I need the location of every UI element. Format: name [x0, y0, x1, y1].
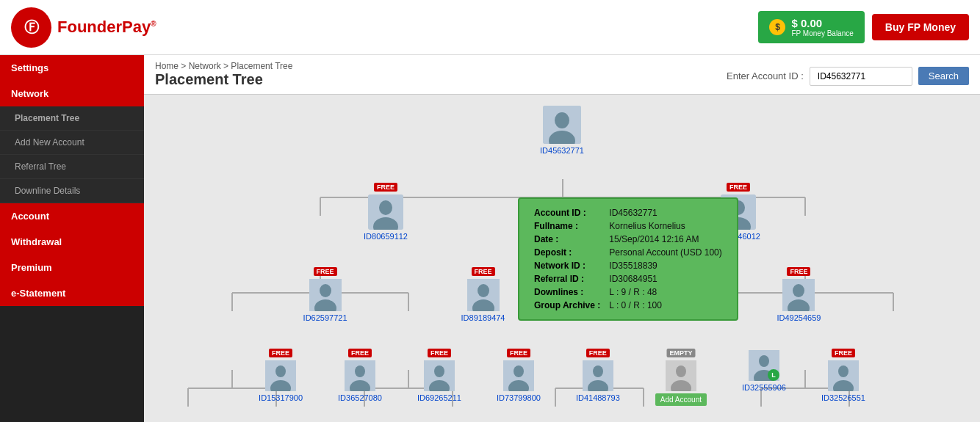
search-label: Enter Account ID :: [727, 70, 804, 81]
tree-node-l3-3[interactable]: FREE ID73799800: [497, 350, 541, 406]
dollar-icon: $: [769, 19, 785, 35]
sidebar-item-account[interactable]: Account: [0, 203, 144, 229]
free-badge-l3-1: FREE: [348, 349, 372, 357]
tree-canvas: ID45632771 Account ID : ID45632771 Fulln…: [158, 106, 966, 406]
svg-point-38: [320, 284, 331, 297]
svg-point-32: [379, 200, 392, 215]
l1-left-id: ID80659112: [364, 232, 408, 241]
account-id-label: Account ID :: [530, 206, 605, 219]
svg-point-41: [478, 284, 489, 297]
l1-left-avatar: [368, 194, 403, 230]
tree-node-l3-6[interactable]: L ID32555906: [742, 350, 786, 406]
account-id-value: ID45632771: [605, 206, 727, 219]
page-title: Placement Tree: [155, 71, 292, 88]
sidebar-item-settings[interactable]: Settings: [0, 55, 144, 81]
tree-node-l3-2[interactable]: FREE ID69265211: [417, 350, 461, 406]
balance-amount: $ 0.00: [791, 17, 853, 29]
info-popup: Account ID : ID45632771 Fullname : Korne…: [518, 197, 738, 321]
add-account-button[interactable]: Add Account: [655, 393, 707, 406]
fp-balance: $ $ 0.00 FP Money Balance: [758, 11, 864, 43]
free-badge-l3-0: FREE: [269, 349, 292, 357]
svg-point-53: [355, 365, 365, 377]
free-badge-l1-left: FREE: [374, 183, 397, 192]
tree-node-l3-0[interactable]: FREE ID15317900: [259, 350, 303, 406]
l2-3-id: ID49254659: [777, 313, 821, 322]
search-button[interactable]: Search: [918, 67, 969, 85]
sidebar-item-placement-tree[interactable]: Placement Tree: [0, 106, 144, 131]
level-badge-l3-6: L: [768, 369, 779, 381]
svg-point-47: [793, 284, 804, 297]
free-badge-l3-7: FREE: [832, 349, 855, 357]
logo-area: Ⓕ FounderPay®: [11, 7, 156, 48]
l3-3-id: ID73799800: [497, 393, 541, 402]
date-value: 15/Sep/2014 12:16 AM: [605, 233, 727, 246]
sidebar-item-add-new-account[interactable]: Add New Account: [0, 131, 144, 155]
referral-id-value: ID30684951: [605, 272, 727, 285]
fullname-value: Kornelius Kornelius: [605, 219, 727, 233]
sidebar-item-withdrawal[interactable]: Withdrawal: [0, 229, 144, 255]
tree-node-l2-3[interactable]: FREE ID49254659: [777, 269, 821, 322]
root-node-id: ID45632771: [540, 146, 584, 155]
svg-point-59: [514, 365, 524, 377]
svg-point-71: [838, 365, 849, 377]
sidebar-item-network[interactable]: Network: [0, 81, 144, 106]
tree-node-l3-4[interactable]: FREE ID41488793: [576, 350, 620, 406]
empty-avatar: [666, 360, 696, 391]
network-id-value: ID35518839: [605, 259, 727, 272]
l3-4-id: ID41488793: [576, 393, 620, 402]
tree-node-l2-1[interactable]: FREE ID89189474: [461, 269, 505, 322]
buy-fp-button[interactable]: Buy FP Money: [872, 14, 969, 40]
header: Ⓕ FounderPay® $ $ 0.00 FP Money Balance …: [0, 0, 980, 55]
tree-node-l3-1[interactable]: FREE ID36527080: [338, 350, 382, 406]
free-badge-l3-2: FREE: [428, 349, 451, 357]
svg-point-50: [275, 365, 286, 377]
svg-point-65: [676, 365, 686, 377]
group-archive-value: L : 0 / R : 100: [605, 299, 727, 312]
free-badge-l3-4: FREE: [586, 349, 610, 357]
network-id-label: Network ID :: [530, 259, 605, 272]
svg-point-68: [759, 355, 769, 367]
balance-label: FP Money Balance: [791, 29, 853, 37]
deposit-label: Deposit :: [530, 246, 605, 259]
downlines-label: Downlines :: [530, 285, 605, 299]
sidebar-item-estatement[interactable]: e-Statement: [0, 280, 144, 306]
svg-point-29: [555, 112, 569, 128]
l3-7-id: ID32526551: [821, 393, 865, 402]
breadcrumb: Home > Network > Placement Tree: [155, 61, 292, 71]
balance-info: $ 0.00 FP Money Balance: [791, 17, 853, 37]
l3-0-id: ID15317900: [259, 393, 303, 402]
free-badge-l3-3: FREE: [507, 349, 530, 357]
fullname-label: Fullname :: [530, 219, 605, 233]
tree-node-l3-5-empty[interactable]: EMPTY Add Account: [655, 350, 707, 406]
l3-6-id: ID32555906: [742, 383, 786, 392]
group-archive-label: Group Archive :: [530, 299, 605, 312]
svg-point-56: [434, 365, 444, 377]
search-bar: Enter Account ID : Search: [727, 67, 969, 86]
sidebar-item-downline-details[interactable]: Downline Details: [0, 179, 144, 203]
breadcrumb-and-title: Home > Network > Placement Tree Placemen…: [155, 61, 292, 88]
tree-node-l2-0[interactable]: FREE ID62597721: [303, 269, 347, 322]
sidebar: Settings Network Placement Tree Add New …: [0, 55, 144, 422]
top-bar: Home > Network > Placement Tree Placemen…: [144, 55, 980, 95]
root-avatar: [543, 106, 581, 144]
svg-point-62: [593, 365, 603, 377]
free-badge-l2-3: FREE: [787, 267, 810, 276]
sidebar-item-premium[interactable]: Premium: [0, 255, 144, 280]
layout: Settings Network Placement Tree Add New …: [0, 55, 980, 422]
main-content: Home > Network > Placement Tree Placemen…: [144, 55, 980, 422]
sidebar-item-referral-tree[interactable]: Referral Tree: [0, 155, 144, 179]
tree-node-l3-7[interactable]: FREE ID32526551: [821, 350, 865, 406]
downlines-value: L : 9 / R : 48: [605, 285, 727, 299]
l3-1-id: ID36527080: [338, 393, 382, 402]
free-badge-l2-1: FREE: [472, 267, 495, 276]
free-badge-l1-right: FREE: [727, 183, 750, 192]
search-input[interactable]: [810, 67, 912, 86]
tree-area: ID45632771 Account ID : ID45632771 Fulln…: [144, 95, 980, 422]
logo-text: FounderPay®: [57, 18, 156, 37]
tree-node-l1-left[interactable]: FREE ID80659112: [364, 184, 408, 241]
logo-icon: Ⓕ: [11, 7, 51, 48]
tree-node-root[interactable]: ID45632771: [540, 106, 584, 155]
empty-badge: EMPTY: [666, 349, 695, 357]
date-label: Date :: [530, 233, 605, 246]
l3-2-id: ID69265211: [417, 393, 461, 402]
